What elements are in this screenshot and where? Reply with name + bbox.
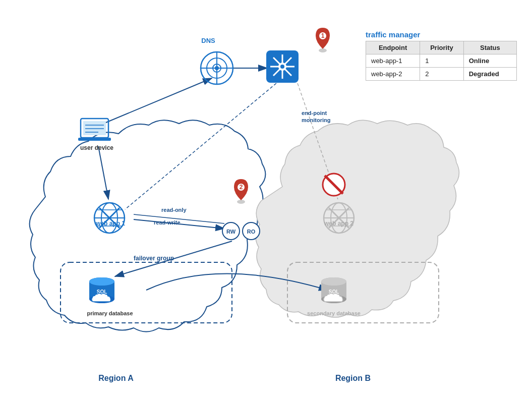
sql-secondary-icon: SQL [321, 277, 346, 303]
readonly-text: read-only [161, 207, 187, 213]
dns-icon [201, 52, 233, 84]
diagram: failover group read- [0, 0, 532, 395]
sql-primary-icon: SQL [89, 277, 114, 303]
primary-db-label: primary database [87, 310, 133, 316]
table-row: web-app-2 2 Degraded [366, 68, 517, 81]
rw-node: RW [222, 222, 240, 240]
pin-2: 2 [234, 179, 248, 204]
tm-to-webapp1-line [125, 83, 276, 209]
web-app1-label: web app 1 [95, 220, 125, 227]
svg-point-15 [319, 48, 327, 52]
status-1: Online [463, 54, 516, 68]
endpoint-1: web-app-1 [366, 54, 420, 68]
svg-text:1: 1 [321, 32, 325, 39]
endpoint-monitoring-text: end-point [302, 110, 327, 116]
rw-to-sql-line [115, 241, 232, 276]
user-to-dns-line [103, 78, 212, 124]
traffic-manager-table: traffic manager Endpoint Priority Status… [366, 30, 517, 81]
web-app1-icon [94, 203, 125, 233]
priority-1: 1 [420, 54, 463, 68]
th-endpoint: Endpoint [366, 41, 420, 54]
readwrite-text: read-write [154, 219, 181, 225]
dns-label: DNS [201, 37, 215, 44]
svg-rect-22 [83, 121, 106, 135]
traffic-manager-icon [266, 50, 299, 83]
svg-rect-26 [78, 138, 111, 141]
region-b-label: Region B [335, 374, 371, 382]
priority-2: 2 [420, 68, 463, 81]
blocked-icon [323, 174, 345, 196]
pin-1: 1 [316, 28, 330, 52]
web-app2-label: web app 2 [324, 220, 353, 227]
th-priority: Priority [420, 41, 463, 54]
status-2: Degraded [463, 68, 516, 81]
table-row: web-app-1 1 Online [366, 54, 517, 68]
region-b-cloud [256, 120, 459, 317]
svg-text:RW: RW [226, 229, 236, 235]
ro-node: RO [243, 222, 260, 240]
svg-point-51 [321, 277, 346, 286]
region-a-label: Region A [98, 374, 134, 382]
user-to-webapp1-line [98, 146, 108, 199]
endpoint-monitoring-text2: monitoring [302, 117, 330, 123]
svg-point-14 [280, 65, 284, 69]
svg-point-46 [89, 277, 114, 286]
traffic-manager-title: traffic manager [366, 30, 517, 39]
svg-text:2: 2 [240, 184, 243, 191]
secondary-db-label: secondary database [307, 310, 361, 316]
svg-point-18 [237, 200, 245, 204]
th-status: Status [463, 41, 516, 54]
svg-text:RO: RO [247, 229, 256, 235]
user-device-label: user device [80, 144, 113, 151]
endpoint-2: web-app-2 [366, 68, 420, 81]
user-device-icon [78, 119, 111, 141]
failover-group-box-a [61, 262, 232, 323]
tm-table: Endpoint Priority Status web-app-1 1 Onl… [366, 41, 517, 81]
svg-point-7 [215, 66, 219, 70]
